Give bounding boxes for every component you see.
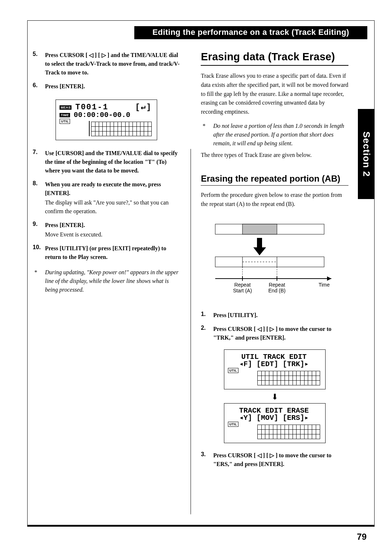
- lcd-label-meas: MEAS: [60, 105, 72, 110]
- step-1: 1. Press [UTILITY].: [201, 311, 348, 320]
- intro-paragraph: Track Erase allows you to erase a specif…: [201, 72, 348, 117]
- lcd-line2: ◂F] [EDT] [TRK]▸: [239, 361, 309, 368]
- lcd-line1: TRACK EDIT ERASE: [239, 407, 309, 414]
- lcd-label-time: TIME: [60, 113, 70, 117]
- page-number: 79: [357, 532, 367, 542]
- lcd-enter-icon: [↵]: [135, 104, 152, 112]
- right-column: Erasing data (Track Erase) Track Erase a…: [197, 51, 348, 515]
- lcd-grid: [89, 122, 152, 136]
- step-5: 5. Press CURSOR [ ◁ ] [ ▷ ] and the TIME…: [33, 51, 180, 77]
- lcd-display: TRACK EDIT ERASE ◂Y] [MOV] [ERS]▸ UTIL: [224, 403, 326, 443]
- step-text: When you are ready to execute the move, …: [45, 180, 180, 198]
- step-3: 3. Press CURSOR [ ◁ ] [ ▷ ] to move the …: [201, 451, 348, 469]
- step-text: Press CURSOR [ ◁ ] [ ▷ ] to move the cur…: [213, 451, 348, 469]
- lcd-label-util: UTIL: [228, 422, 238, 427]
- subsection-heading: Erasing the repeated portion (AB): [201, 174, 348, 186]
- step-sub: Move Event is executed.: [45, 230, 180, 239]
- content-area: 5. Press CURSOR [ ◁ ] [ ▷ ] and the TIME…: [33, 51, 348, 515]
- step-text: Press [UTILITY] (or press [EXIT] repeate…: [45, 244, 180, 262]
- svg-rect-2: [257, 238, 262, 247]
- step-text: Press [UTILITY].: [213, 311, 348, 320]
- step-text: Press CURSOR [ ◁ ] [ ▷ ] to move the cur…: [213, 325, 348, 342]
- section-heading: Erasing data (Track Erase): [201, 51, 348, 66]
- step-number: 10.: [33, 244, 45, 262]
- lcd-line2: 00:00:00-00.0: [74, 112, 130, 119]
- section-tab: Section 2: [358, 109, 375, 199]
- svg-marker-3: [253, 247, 266, 255]
- step-number: 7.: [33, 149, 45, 175]
- lcd-grid: [257, 425, 320, 439]
- down-arrow-icon: ⬇: [271, 393, 278, 401]
- step-text: Press CURSOR [ ◁ ] [ ▷ ] and the TIME/VA…: [45, 51, 180, 77]
- step-8: 8. When you are ready to execute the mov…: [33, 180, 180, 216]
- step-text: Use [CURSOR] and the TIME/VALUE dial to …: [45, 149, 180, 175]
- after-note: The three types of Track Erase are given…: [201, 151, 348, 160]
- footnote: * During updating, "Keep power on!" appe…: [33, 268, 180, 294]
- warning-text: Do not leave a portion of less than 1.0 …: [213, 122, 348, 148]
- step-text: Press [ENTER].: [45, 221, 180, 230]
- step-number: 1.: [201, 311, 213, 320]
- step-number: 2.: [201, 325, 213, 342]
- step-number: 8.: [33, 180, 45, 216]
- step-7: 7. Use [CURSOR] and the TIME/VALUE dial …: [33, 149, 180, 175]
- step-text: Press [ENTER].: [45, 82, 180, 91]
- step-number: 5.: [33, 51, 45, 77]
- warning-note: * Do not leave a portion of less than 1.…: [201, 122, 348, 148]
- lcd-line1: UTIL TRACK EDIT: [241, 353, 307, 361]
- step-sub: The display will ask "Are you sure?," so…: [45, 198, 180, 216]
- svg-text:End (B): End (B): [268, 288, 285, 293]
- lcd-display: UTIL TRACK EDIT ◂F] [EDT] [TRK]▸ UTIL: [224, 349, 326, 389]
- step-6: 6. Press [ENTER].: [33, 82, 180, 91]
- lcd-line2: ◂Y] [MOV] [ERS]▸: [239, 414, 309, 422]
- lcd-label-util: UTIL: [60, 119, 70, 124]
- erase-diagram: Repeat Start (A) Repeat End (B) Time: [208, 220, 342, 301]
- lcd-label-util: UTIL: [228, 368, 238, 373]
- svg-text:Start (A): Start (A): [233, 288, 252, 293]
- subsection-intro: Perform the procedure given below to era…: [201, 191, 348, 209]
- footnote-text: During updating, "Keep power on!" appear…: [45, 268, 180, 294]
- step-9: 9. Press [ENTER]. Move Event is executed…: [33, 221, 180, 239]
- svg-marker-9: [327, 276, 331, 281]
- lcd-display: MEAS T001-1 [↵] TIME 00:00:00-00.0 UTIL: [56, 100, 157, 140]
- svg-text:Repeat: Repeat: [234, 282, 250, 288]
- svg-text:Time: Time: [318, 282, 330, 288]
- step-number: 3.: [201, 451, 213, 469]
- step-10: 10. Press [UTILITY] (or press [EXIT] rep…: [33, 244, 180, 262]
- step-number: 6.: [33, 82, 45, 91]
- svg-text:Repeat: Repeat: [269, 282, 285, 288]
- column-divider: [191, 149, 191, 514]
- svg-rect-1: [242, 224, 277, 234]
- footer-rule: [27, 525, 375, 527]
- lcd-line1: T001-1: [75, 104, 108, 112]
- step-number: 9.: [33, 221, 45, 239]
- left-column: 5. Press CURSOR [ ◁ ] [ ▷ ] and the TIME…: [33, 51, 184, 515]
- lcd-grid: [257, 371, 320, 385]
- step-2: 2. Press CURSOR [ ◁ ] [ ▷ ] to move the …: [201, 325, 348, 342]
